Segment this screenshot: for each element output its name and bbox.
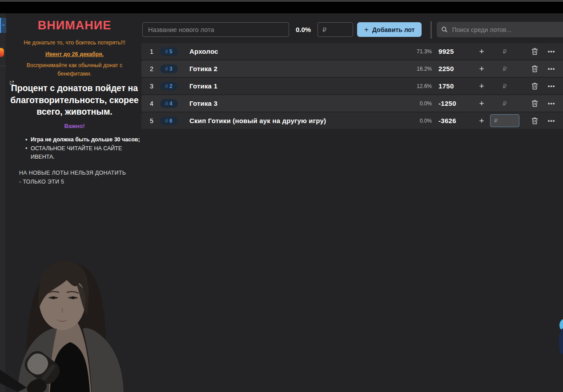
delete-lot-button[interactable] <box>526 82 543 90</box>
ruble-icon: ₽ <box>503 48 507 55</box>
warning-title: ВНИМАНИЕ <box>7 19 142 32</box>
search-input[interactable] <box>452 26 559 33</box>
lot-name: Скип Готики (новый аук на другую игру) <box>189 117 406 124</box>
plus-icon: + <box>364 25 369 34</box>
delete-lot-button[interactable] <box>526 65 543 72</box>
flame-icon[interactable] <box>0 48 4 57</box>
warning-line-1: Не донатьте то, что боитесь потерять!!! <box>13 39 136 47</box>
trash-icon <box>531 117 538 124</box>
sidebar-divider <box>0 66 6 66</box>
search-box[interactable] <box>437 22 563 37</box>
list-icon: ≡ <box>2 23 5 27</box>
new-lot-amount-input[interactable] <box>318 22 353 37</box>
important-label: Важно! <box>7 123 142 129</box>
add-amount-button[interactable]: + <box>473 99 490 108</box>
lot-percent: 16.2% <box>406 66 432 72</box>
more-options-button[interactable]: ••• <box>543 48 559 55</box>
ruble-amount-cell[interactable]: ₽ <box>490 114 519 127</box>
webcam-overlay <box>0 241 141 392</box>
lot-name: Готика 3 <box>189 100 406 107</box>
ruble-amount-cell[interactable]: ₽ <box>490 97 519 110</box>
rule-item: ОСТАЛЬНОЕ ЧИТАЙТЕ НА САЙТЕ ИВЕНТА. <box>25 144 142 162</box>
ruble-amount-cell[interactable]: ₽ <box>490 62 519 75</box>
lot-position: 1 <box>147 48 157 55</box>
lot-amount: 2250 <box>438 65 473 72</box>
trash-icon <box>531 100 538 107</box>
ruble-amount-cell[interactable]: ₽ <box>490 80 519 92</box>
more-options-button[interactable]: ••• <box>543 117 559 124</box>
warning-line-2: Воспринимайте как обычный донат с бенефи… <box>13 61 136 78</box>
ruble-icon: ₽ <box>503 100 507 107</box>
trash-icon <box>531 48 538 55</box>
delete-lot-button[interactable] <box>526 100 543 107</box>
lot-name: Готика 1 <box>189 82 406 90</box>
lot-id-badge: #6 <box>160 116 178 125</box>
lot-id-badge: #5 <box>160 47 178 56</box>
ruble-amount-input[interactable] <box>490 114 519 127</box>
new-lot-percent: 0.0% <box>295 26 312 33</box>
event-deadline-link[interactable]: Ивент до 26 декабря. <box>7 51 142 57</box>
rule-item: Игра не должна быть дольше 30 часов; <box>25 136 142 144</box>
add-amount-button[interactable]: + <box>473 81 490 91</box>
more-options-button[interactable]: ••• <box>543 65 559 72</box>
delete-lot-button[interactable] <box>526 48 543 55</box>
lot-position: 2 <box>147 65 157 72</box>
ruble-amount-cell[interactable]: ₽ <box>490 45 519 58</box>
add-lot-button[interactable]: + Добавить лот <box>357 22 422 37</box>
rules-list: Игра не должна быть дольше 30 часов; ОСТ… <box>25 136 142 161</box>
warning-panel: ВНИМАНИЕ Не донатьте то, что боитесь пот… <box>7 19 142 186</box>
lot-position: 3 <box>147 83 157 90</box>
toolbar-divider <box>430 21 432 39</box>
lot-percent: 0.0% <box>406 100 432 107</box>
lot-amount: -3626 <box>438 117 473 124</box>
lot-name: Готика 2 <box>189 65 406 72</box>
sidebar-item-active[interactable]: ≡ <box>0 18 6 33</box>
add-amount-button[interactable]: + <box>473 116 490 126</box>
lot-amount: 9925 <box>438 48 473 55</box>
lot-row[interactable]: 4 #4 Готика 3 0.0% -1250 + ₽ ••• <box>141 95 563 112</box>
lot-position: 4 <box>147 100 157 107</box>
lot-amount: 1750 <box>438 82 473 90</box>
lot-toolbar: 0.0% + Добавить лот <box>142 22 563 37</box>
trash-icon <box>531 65 538 72</box>
add-amount-button[interactable]: + <box>473 47 490 56</box>
top-black-bar <box>0 2 563 13</box>
ruble-icon: ₽ <box>503 83 507 90</box>
add-lot-label: Добавить лот <box>372 26 414 33</box>
lot-id-badge: #2 <box>160 82 178 91</box>
lot-row[interactable]: 1 #5 Архолос 71.3% 9925 + ₽ ••• <box>141 43 563 60</box>
lot-row[interactable]: 5 #6 Скип Готики (новый аук на другую иг… <box>141 112 563 129</box>
lot-id-badge: #4 <box>160 99 178 108</box>
external-link-icon[interactable] <box>9 80 14 85</box>
more-options-button[interactable]: ••• <box>543 100 559 107</box>
charity-heading: Процент с донатов пойдет на благотворите… <box>9 82 140 117</box>
warning-footer: НА НОВЫЕ ЛОТЫ НЕЛЬЗЯ ДОНАТИТЬ - ТОЛЬКО Э… <box>19 168 128 186</box>
lot-id-badge: #3 <box>160 64 178 73</box>
lot-position: 5 <box>147 117 157 124</box>
trash-icon <box>531 82 538 90</box>
lot-list: 1 #5 Архолос 71.3% 9925 + ₽ ••• 2 #3 Гот… <box>141 43 563 130</box>
lot-row[interactable]: 3 #2 Готика 1 12.6% 1750 + ₽ ••• <box>141 78 563 94</box>
ruble-icon: ₽ <box>503 65 507 72</box>
lot-percent: 12.6% <box>406 83 432 89</box>
lot-row[interactable]: 2 #3 Готика 2 16.2% 2250 + ₽ ••• <box>141 60 563 77</box>
lot-name: Архолос <box>189 48 406 55</box>
add-amount-button[interactable]: + <box>473 64 490 74</box>
lot-percent: 0.0% <box>406 118 432 124</box>
search-icon <box>441 26 448 33</box>
right-edge-art <box>557 316 563 354</box>
lot-percent: 71.3% <box>406 48 432 55</box>
more-options-button[interactable]: ••• <box>543 83 559 89</box>
lot-amount: -1250 <box>438 100 473 107</box>
delete-lot-button[interactable] <box>526 117 543 124</box>
new-lot-name-input[interactable] <box>142 22 289 37</box>
